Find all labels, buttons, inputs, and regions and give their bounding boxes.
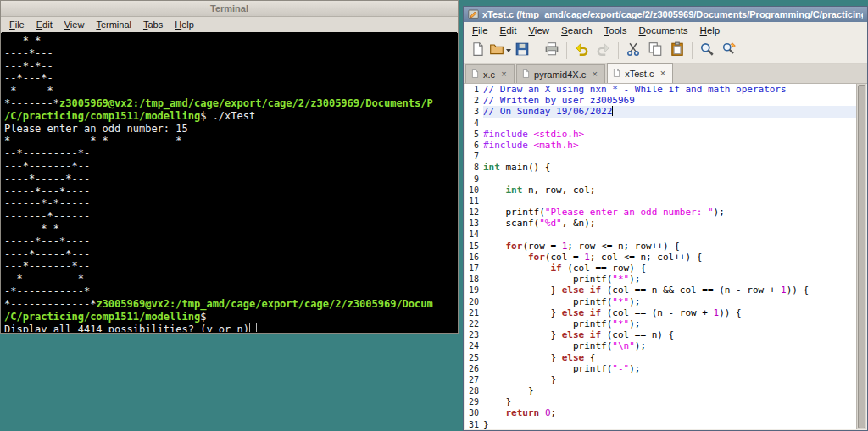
scrollbar-thumb[interactable] (858, 85, 865, 428)
tab-x-c[interactable]: x.c× (465, 64, 515, 83)
terminal-window: Terminal FileEditViewTerminalTabsHelp --… (0, 0, 459, 334)
toolbar-print-button[interactable] (541, 41, 563, 61)
toolbar-undo-button[interactable] (570, 41, 593, 61)
line-number: 3 (465, 106, 483, 117)
code-token: printf( (483, 340, 612, 351)
tab-label: x.c (483, 69, 495, 80)
code-token: } (483, 396, 511, 407)
code-token: } (483, 352, 562, 363)
tab-pyramid4x-c[interactable]: pyramid4X.c× (516, 64, 605, 83)
code-line: 19 } else if (col == n && col == (n - ro… (465, 285, 856, 296)
line-number: 29 (465, 396, 483, 407)
code-token: #include (483, 140, 528, 151)
editor-titlebar[interactable]: xTest.c (/tmp_amd/cage/export/cage/2/z30… (464, 7, 867, 22)
code-line: 25 } else { (465, 352, 856, 363)
code-token: (col == n) { (601, 329, 674, 340)
document-icon (612, 68, 621, 80)
code-line: 5#include <stdio.h> (465, 129, 856, 140)
code-token (584, 329, 590, 340)
tab-close-button[interactable]: × (589, 69, 600, 80)
code-line: 7 (465, 151, 856, 162)
code-token (528, 140, 534, 151)
code-token: , &n); (562, 218, 596, 229)
toolbar-save-button[interactable] (511, 41, 533, 61)
code-token: if (550, 262, 561, 274)
terminal-output-text: ----*--- (4, 47, 53, 59)
code-token: "-" (612, 363, 629, 374)
code-token: } (483, 385, 534, 396)
document-icon (521, 69, 531, 80)
tab-xtest-c[interactable]: xTest.c× (607, 63, 673, 83)
code-line: 24 printf("\n"); (465, 340, 856, 351)
line-number: 2 (465, 95, 483, 106)
code-text: printf("-"); (483, 363, 856, 374)
terminal-output-text: Please enter an odd number: 15 (4, 123, 188, 135)
terminal-line: --*---------*- (4, 147, 457, 160)
editor-menu-tools[interactable]: Tools (598, 24, 633, 37)
terminal-prompt-text: z3005969@vx2:/tmp_amd/cage/export/cage/2… (59, 97, 433, 109)
editor-text-area[interactable]: 1// Draw an X using nxn * - While if and… (465, 84, 856, 429)
editor-menubar: FileEditViewSearchToolsDocumentsHelp (464, 22, 867, 39)
code-text: // Draw an X using nxn * - While if and … (483, 84, 856, 95)
toolbar-cut-button[interactable] (622, 41, 644, 61)
terminal-line: ---*-*-- (4, 35, 457, 47)
code-token: printf( (483, 363, 612, 374)
code-token: // Draw an X using nxn * - While if and … (483, 84, 787, 95)
toolbar-copy-button[interactable] (644, 41, 666, 61)
terminal-menu-tabs[interactable]: Tabs (137, 18, 169, 31)
toolbar-open-button[interactable] (489, 41, 511, 61)
code-line: 11 (465, 196, 856, 207)
terminal-menu-help[interactable]: Help (169, 18, 200, 31)
tab-close-button[interactable]: × (657, 68, 668, 79)
terminal-output-text: -----*---*---- (4, 235, 90, 247)
code-text (483, 196, 856, 207)
line-number: 9 (465, 174, 483, 185)
tab-close-button[interactable]: × (498, 69, 509, 80)
terminal-screen[interactable]: ---*-*------*------*-*----*---*--*-----*… (2, 32, 457, 332)
terminal-menu-edit[interactable]: Edit (31, 18, 58, 31)
editor-menu-file[interactable]: File (466, 24, 494, 37)
code-token (539, 407, 545, 418)
toolbar-separator (566, 42, 567, 59)
code-text (483, 174, 856, 185)
terminal-output-text: *-------------*-*-----------* (4, 135, 182, 146)
editor-menu-documents[interactable]: Documents (632, 24, 693, 37)
code-token: 1 (584, 251, 590, 262)
editor-menu-view[interactable]: View (522, 24, 555, 37)
toolbar-redo-button[interactable] (593, 41, 615, 61)
code-token: scanf( (483, 218, 539, 229)
line-number: 6 (465, 140, 483, 151)
code-text: scanf("%d", &n); (483, 218, 856, 229)
editor-menu-help[interactable]: Help (694, 24, 726, 37)
code-token: { (584, 352, 595, 363)
toolbar-new-document-button[interactable] (467, 41, 489, 61)
tab-label: xTest.c (625, 69, 654, 79)
code-text: printf("*"); (483, 318, 856, 329)
toolbar-separator (537, 42, 537, 59)
terminal-menu-view[interactable]: View (58, 18, 91, 31)
terminal-line: *-------*z3005969@vx2:/tmp_amd/cage/expo… (4, 97, 457, 110)
editor-scrollbar[interactable] (856, 84, 866, 429)
toolbar-find-and-replace-button[interactable] (718, 41, 740, 61)
code-token: (row = (522, 240, 561, 251)
terminal-menu-terminal[interactable]: Terminal (90, 18, 137, 31)
code-text: for(row = 1; row <= n; row++) { (483, 240, 856, 251)
code-text: printf("\n"); (483, 340, 856, 351)
terminal-line: ---*-------*-- (4, 160, 457, 173)
terminal-menu-file[interactable]: File (3, 18, 31, 31)
code-token: // Written by user z3005969 (483, 95, 635, 106)
terminal-output-text: $ ./xTest (200, 110, 255, 122)
terminal-line: /C/practicing/comp1511/modelling$ ./xTes… (4, 110, 457, 123)
editor-window: xTest.c (/tmp_amd/cage/export/cage/2/z30… (463, 6, 868, 431)
line-number: 30 (465, 407, 483, 418)
toolbar-paste-button[interactable] (666, 41, 688, 61)
editor-menu-search[interactable]: Search (555, 24, 598, 37)
editor-menu-edit[interactable]: Edit (494, 24, 523, 37)
code-token: } (483, 285, 562, 296)
code-text: } (483, 374, 856, 385)
code-line: 17 if (col == row) { (465, 262, 856, 274)
find-icon (699, 41, 715, 60)
terminal-output-text: ---*-------*-- (4, 160, 90, 172)
toolbar-find-button[interactable] (696, 41, 718, 61)
terminal-titlebar[interactable]: Terminal (1, 1, 458, 17)
